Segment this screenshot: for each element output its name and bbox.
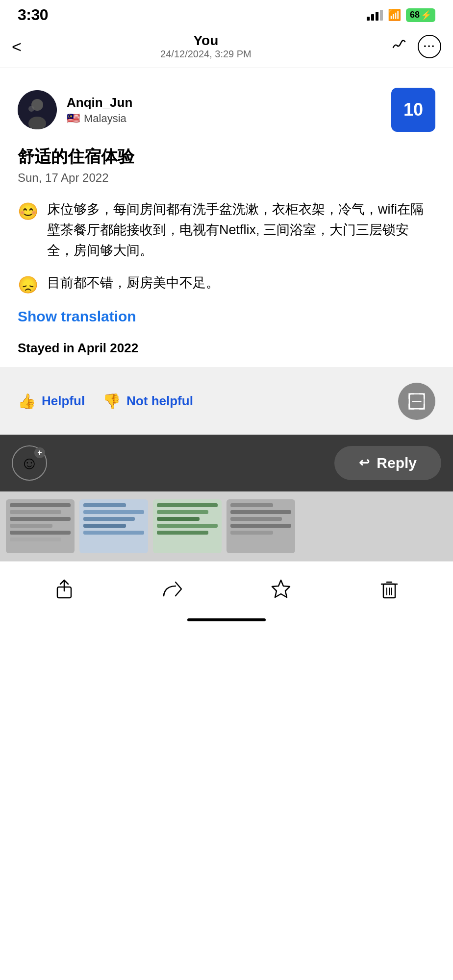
reply-bar: ☺ + ↩ Reply <box>0 435 453 491</box>
positive-text: 床位够多，每间房间都有洗手盆洗漱，衣柜衣架，冷气，wifi在隔壁茶餐厅都能接收到… <box>47 199 435 261</box>
reply-button[interactable]: ↩ Reply <box>334 446 441 480</box>
thumbnail-2[interactable] <box>79 499 148 553</box>
reviewer-info: Anqin_Jun 🇲🇾 Malaysia <box>18 90 132 129</box>
thumbs-up-icon: 👍 <box>18 392 36 410</box>
scan-button[interactable] <box>398 383 435 420</box>
bottom-toolbar <box>0 561 453 612</box>
reviewer-name-block: Anqin_Jun 🇲🇾 Malaysia <box>67 95 132 125</box>
not-helpful-button[interactable]: 👎 Not helpful <box>102 392 193 410</box>
svg-point-3 <box>28 106 34 112</box>
nav-title: You <box>22 33 390 49</box>
thumbs-down-icon: 👎 <box>102 392 121 410</box>
signal-icon <box>367 10 383 21</box>
battery-indicator: 68⚡ <box>406 8 435 22</box>
show-translation-button[interactable]: Show translation <box>18 308 435 325</box>
emoji-plus-icon: + <box>34 447 45 458</box>
negative-review-line: 😞 目前都不错，厨房美中不足。 <box>18 273 435 294</box>
review-title: 舒适的住宿体验 <box>18 146 435 167</box>
nav-bar: < You 24/12/2024, 3:29 PM ··· <box>0 28 453 68</box>
reviewer-location: 🇲🇾 Malaysia <box>67 112 132 125</box>
not-helpful-label: Not helpful <box>126 393 193 409</box>
helpful-button[interactable]: 👍 Helpful <box>18 392 85 410</box>
stayed-info: Stayed in April 2022 <box>18 341 435 356</box>
status-icons: 📶 68⚡ <box>367 8 435 22</box>
country-name: Malaysia <box>84 112 126 125</box>
emoji-add-button[interactable]: ☺ + <box>12 445 47 481</box>
more-options-button[interactable]: ··· <box>418 35 441 58</box>
helpful-section: 👍 Helpful 👎 Not helpful <box>0 368 453 435</box>
nav-subtitle: 24/12/2024, 3:29 PM <box>22 49 390 60</box>
thumbnail-1[interactable] <box>6 499 75 553</box>
wifi-icon: 📶 <box>388 9 401 22</box>
status-bar: 3:30 📶 68⚡ <box>0 0 453 28</box>
back-button[interactable]: < <box>12 38 22 55</box>
review-header: Anqin_Jun 🇲🇾 Malaysia 10 <box>18 88 435 132</box>
home-indicator <box>0 612 453 631</box>
reply-arrow-icon: ↩ <box>359 455 370 470</box>
nav-actions: ··· <box>390 35 441 58</box>
home-bar <box>187 618 266 621</box>
thumbnail-4[interactable] <box>226 499 295 553</box>
svg-marker-7 <box>272 580 290 597</box>
review-date: Sun, 17 Apr 2022 <box>18 171 435 185</box>
nav-center: You 24/12/2024, 3:29 PM <box>22 33 390 60</box>
share-button[interactable] <box>49 573 80 605</box>
favorite-button[interactable] <box>265 573 297 605</box>
reply-label: Reply <box>377 455 417 471</box>
positive-icon: 😊 <box>18 201 38 221</box>
country-flag: 🇲🇾 <box>67 112 80 125</box>
reviewer-name: Anqin_Jun <box>67 95 132 110</box>
delete-button[interactable] <box>374 573 405 605</box>
edit-icon[interactable] <box>390 36 408 57</box>
thumbnails-section <box>0 491 453 561</box>
main-content: Anqin_Jun 🇲🇾 Malaysia 10 舒适的住宿体验 Sun, 17… <box>0 68 453 368</box>
avatar <box>18 90 57 129</box>
helpful-buttons: 👍 Helpful 👎 Not helpful <box>18 392 193 410</box>
negative-icon: 😞 <box>18 275 38 294</box>
score-badge: 10 <box>391 88 435 132</box>
thumbnail-3[interactable] <box>153 499 222 553</box>
positive-review-line: 😊 床位够多，每间房间都有洗手盆洗漱，衣柜衣架，冷气，wifi在隔壁茶餐厅都能接… <box>18 199 435 261</box>
negative-text: 目前都不错，厨房美中不足。 <box>47 273 219 294</box>
review-body: 😊 床位够多，每间房间都有洗手盆洗漱，衣柜衣架，冷气，wifi在隔壁茶餐厅都能接… <box>18 199 435 294</box>
status-time: 3:30 <box>18 6 48 24</box>
helpful-label: Helpful <box>42 393 85 409</box>
forward-button[interactable] <box>157 573 188 605</box>
